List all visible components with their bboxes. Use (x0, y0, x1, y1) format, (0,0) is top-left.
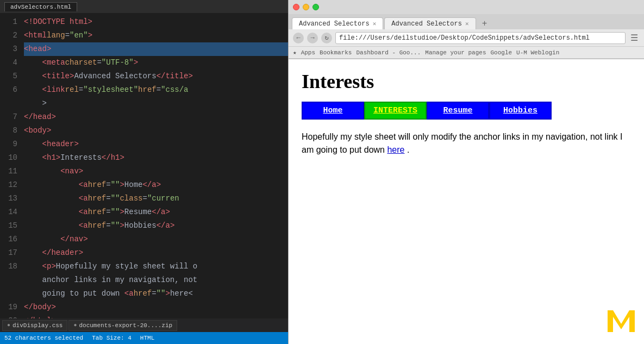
code-line: </html> (24, 314, 288, 318)
code-line: </nav> (24, 233, 288, 246)
code-line: <!DOCTYPE html> (24, 15, 288, 29)
browser-tab-2-close[interactable]: ✕ (465, 20, 469, 27)
tab-size-status: Tab Size: 4 (92, 335, 132, 341)
code-line: <meta charset="UTF-8"> (24, 56, 288, 70)
body-link[interactable]: here (387, 145, 404, 154)
selected-chars-status: 52 characters selected (4, 335, 83, 341)
code-line-highlighted: <head> (24, 42, 288, 56)
traffic-light-red[interactable] (293, 4, 299, 10)
m-logo-svg (605, 305, 637, 337)
tab-icon-zip: ● (73, 322, 77, 328)
browser-panel: Advanced Selectors ✕ Advanced Selectors … (288, 0, 644, 344)
bookmark-dashboard[interactable]: Dashboard - Goo... (356, 49, 421, 56)
code-line: <body> (24, 124, 288, 137)
traffic-light-green[interactable] (312, 4, 319, 10)
code-line: <h1>Interests</h1> (24, 151, 288, 165)
bookmark-star-icon: ★ (293, 49, 297, 56)
nav-bar: Home INTERESTS Resume Hobbies (302, 102, 631, 120)
browser-tab-2-label: Advanced Selectors (391, 20, 462, 28)
bookmark-google[interactable]: Google (491, 49, 512, 56)
code-line: anchor links in my navigation, not (24, 273, 288, 287)
line-numbers: 1 2 3 4 5 6 7 8 9 10 11 12 13 14 15 16 1… (0, 13, 20, 318)
bookmark-weblogin[interactable]: U-M Weblogin (516, 49, 559, 56)
new-tab-button[interactable]: + (479, 18, 490, 29)
refresh-button[interactable]: ↻ (321, 33, 332, 43)
browser-tab-2[interactable]: Advanced Selectors ✕ (384, 17, 476, 29)
editor-active-tab[interactable]: advSelectors.html (4, 2, 77, 11)
bottom-tab-zip-label: documents-export-20....zip (79, 322, 172, 329)
browser-tab-1-close[interactable]: ✕ (373, 20, 377, 27)
code-line: going to put down <a href="">here< (24, 287, 288, 301)
browser-tab-1-label: Advanced Selectors (299, 20, 370, 28)
browser-title-bar (289, 0, 644, 14)
browser-tab-bar: Advanced Selectors ✕ Advanced Selectors … (289, 14, 644, 29)
browser-content: Interests Home INTERESTS Resume Hobbies … (289, 59, 644, 344)
michigan-logo (605, 305, 637, 337)
code-line: <link rel="stylesheet" href="css/a (24, 83, 288, 97)
code-line: </body> (24, 301, 288, 314)
code-line: </head> (24, 110, 288, 124)
code-line: <header> (24, 137, 288, 151)
address-text: file:///Users/deilstudioe/Desktop/CodeSn… (339, 34, 590, 42)
code-line: > (24, 97, 288, 110)
page-body-text: Hopefully my style sheet will only modif… (302, 130, 631, 157)
browser-bookmarks: ★ Apps Bookmarks Dashboard - Goo... Mana… (289, 47, 644, 59)
code-line: <title>Advanced Selectors</title> (24, 70, 288, 83)
nav-link-interests[interactable]: INTERESTS (364, 102, 427, 120)
code-line: <html lang="en"> (24, 29, 288, 42)
browser-toolbar: ← → ↻ file:///Users/deilstudioe/Desktop/… (289, 29, 644, 47)
bottom-tab-css[interactable]: ● divDisplay.css (2, 320, 67, 331)
body-text-3: . (407, 145, 409, 154)
traffic-light-yellow[interactable] (303, 4, 309, 10)
nav-link-resume[interactable]: Resume (427, 102, 489, 120)
code-line: <a href="">Hobbies</a> (24, 219, 288, 233)
code-line: <a href="">Resume</a> (24, 205, 288, 219)
bookmark-apps[interactable]: Apps (301, 49, 315, 56)
page-heading: Interests (302, 70, 631, 93)
editor-status-bar: 52 characters selected Tab Size: 4 HTML (0, 332, 288, 344)
browser-tab-1[interactable]: Advanced Selectors ✕ (292, 17, 383, 29)
nav-link-hobbies[interactable]: Hobbies (489, 102, 552, 120)
address-bar[interactable]: file:///Users/deilstudioe/Desktop/CodeSn… (335, 32, 626, 44)
forward-button[interactable]: → (307, 33, 318, 43)
tab-icon: ● (7, 322, 10, 328)
browser-chrome: Advanced Selectors ✕ Advanced Selectors … (289, 0, 644, 59)
code-line: <a href="">Home</a> (24, 178, 288, 192)
bottom-tab-css-label: divDisplay.css (12, 322, 62, 329)
editor-panel: advSelectors.html 1 2 3 4 5 6 7 8 9 10 1… (0, 0, 288, 344)
editor-content: 1 2 3 4 5 6 7 8 9 10 11 12 13 14 15 16 1… (0, 13, 288, 318)
editor-tab-bar: advSelectors.html (0, 0, 288, 13)
code-line: <a href="" class = "curren (24, 192, 288, 205)
nav-link-home[interactable]: Home (302, 102, 364, 120)
code-line: <nav> (24, 165, 288, 178)
language-status: HTML (140, 335, 154, 341)
bookmark-bookmarks[interactable]: Bookmarks (320, 49, 352, 56)
settings-icon[interactable]: ☰ (629, 33, 640, 43)
code-line: </header> (24, 246, 288, 260)
back-button[interactable]: ← (293, 33, 304, 43)
body-text-1: Hopefully my style sheet will only modif… (302, 132, 602, 141)
bottom-tabs: ● divDisplay.css ● documents-export-20..… (0, 318, 288, 332)
code-line: <p>Hopefully my style sheet will o (24, 260, 288, 273)
code-area[interactable]: <!DOCTYPE html> <html lang="en"> <head> … (20, 13, 288, 318)
bottom-tab-zip[interactable]: ● documents-export-20....zip (68, 320, 177, 331)
svg-marker-1 (608, 310, 635, 332)
bookmark-manage-pages[interactable]: Manage your pages (425, 49, 486, 56)
